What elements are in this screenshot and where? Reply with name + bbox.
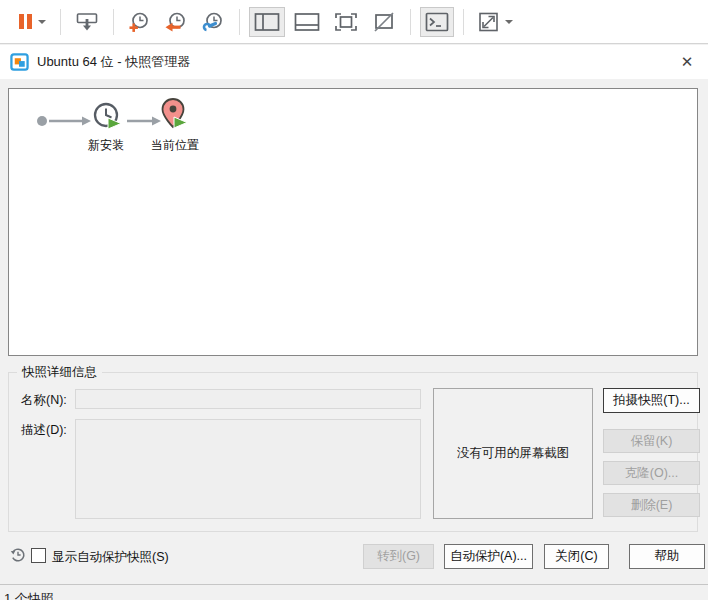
console-button[interactable] — [420, 7, 454, 37]
show-autoprotect-label: 显示自动保护快照(S) — [52, 549, 169, 566]
snapshot-manager-button[interactable] — [197, 7, 230, 37]
group-title: 快照详细信息 — [17, 364, 102, 381]
send-ctrl-alt-del-button[interactable] — [70, 7, 104, 37]
thumbnail-bar-icon — [294, 11, 320, 33]
autoprotect-button[interactable]: 自动保护(A)... — [444, 544, 533, 569]
clone-button[interactable]: 克隆(O)... — [603, 461, 700, 485]
current-location-pin-icon[interactable] — [159, 97, 189, 133]
snapshot-tree-panel[interactable]: 新安装 当前位置 — [8, 88, 698, 356]
take-snapshot-dialog-button[interactable]: 拍摄快照(T)... — [603, 388, 700, 413]
send-ctrl-alt-del-icon — [75, 11, 99, 33]
revert-snapshot-button[interactable] — [160, 7, 193, 37]
keep-button[interactable]: 保留(K) — [603, 429, 700, 453]
console-icon — [425, 12, 449, 32]
statusbar-snapshot-count: 1 个快照 — [4, 590, 54, 600]
pause-icon — [17, 14, 33, 29]
stretch-button[interactable] — [473, 7, 518, 37]
toolbar-separator — [113, 9, 114, 35]
close-dialog-button[interactable]: 关闭(C) — [544, 544, 609, 569]
toolbar-separator — [410, 9, 411, 35]
snapshot-description-input[interactable] — [75, 419, 421, 519]
history-clock-icon — [9, 546, 26, 563]
dialog-title: Ubuntu 64 位 - 快照管理器 — [37, 53, 190, 71]
tree-arrow — [49, 116, 91, 126]
screenshot-placeholder-text: 没有可用的屏幕截图 — [457, 445, 570, 462]
take-snapshot-icon — [128, 11, 151, 33]
take-snapshot-button[interactable] — [123, 7, 156, 37]
snapshot-manager-icon — [202, 11, 225, 33]
dialog-bottom-edge — [0, 584, 708, 585]
library-panel-button[interactable] — [249, 7, 285, 37]
pause-button[interactable] — [12, 7, 51, 37]
snapshot-manager-screen: Ubuntu 64 位 - 快照管理器 ✕ 新安装 当前位置 快照详细信息 名称… — [0, 0, 708, 600]
goto-button[interactable]: 转到(G) — [363, 544, 434, 569]
help-button[interactable]: 帮助 — [629, 544, 705, 569]
stretch-icon — [478, 11, 500, 33]
revert-snapshot-icon — [165, 11, 188, 33]
vmware-logo — [10, 53, 29, 72]
show-autoprotect-checkbox[interactable] — [31, 548, 46, 563]
unity-icon — [372, 11, 396, 33]
toolbar-separator — [60, 9, 61, 35]
snapshot-name-input[interactable] — [75, 389, 421, 409]
tree-arrow — [127, 116, 161, 126]
close-icon[interactable]: ✕ — [676, 51, 698, 73]
screenshot-preview-panel: 没有可用的屏幕截图 — [433, 388, 593, 519]
toolbar-separator — [239, 9, 240, 35]
snapshot-details-group: 快照详细信息 名称(N): 描述(D): 没有可用的屏幕截图 拍摄快照(T)..… — [8, 372, 698, 532]
unity-button[interactable] — [367, 7, 401, 37]
caret-down-icon — [38, 20, 46, 24]
delete-button[interactable]: 删除(E) — [603, 493, 700, 517]
caret-down-icon — [505, 20, 513, 24]
name-label: 名称(N): — [21, 392, 67, 409]
thumbnail-bar-button[interactable] — [289, 7, 325, 37]
description-label: 描述(D): — [21, 422, 67, 439]
library-panel-icon — [254, 11, 280, 33]
current-location-label[interactable]: 当前位置 — [143, 137, 207, 154]
fullscreen-button[interactable] — [329, 7, 363, 37]
snapshot-clock-icon[interactable] — [91, 101, 123, 133]
tree-root-node — [37, 116, 47, 126]
toolbar-separator — [463, 9, 464, 35]
snapshot-node-label[interactable]: 新安装 — [76, 137, 136, 154]
main-toolbar — [0, 0, 708, 44]
dialog-titlebar: Ubuntu 64 位 - 快照管理器 ✕ — [0, 45, 708, 79]
fullscreen-icon — [334, 11, 358, 33]
